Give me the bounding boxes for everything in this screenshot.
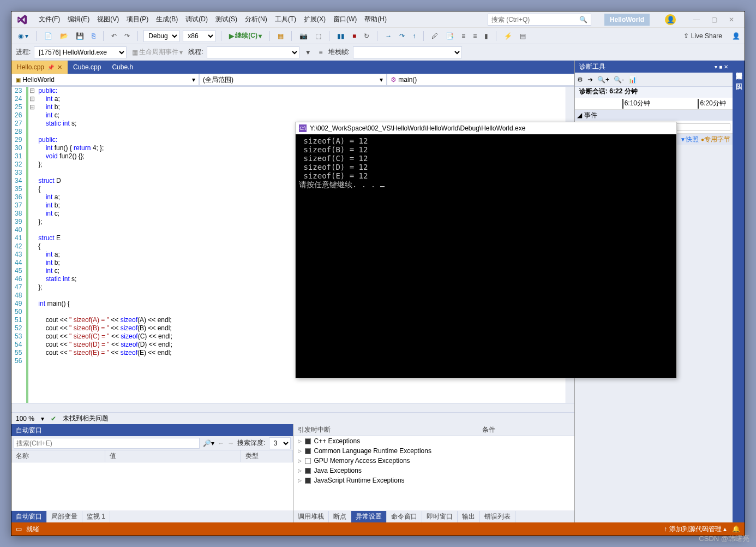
- source-control-button[interactable]: ↑ 添加到源代码管理 ▴: [664, 525, 727, 534]
- menu-item[interactable]: 扩展(X): [301, 13, 329, 26]
- tab-cube-h[interactable]: Cube.h: [106, 61, 139, 74]
- stop-button[interactable]: ■: [350, 31, 358, 41]
- thread-select[interactable]: [207, 46, 299, 58]
- lifecycle-events-button[interactable]: ▦ 生命周期事件 ▾: [130, 46, 185, 58]
- exception-row[interactable]: ▷GPU Memory Access Exceptions: [293, 456, 575, 466]
- process-select[interactable]: [17576] HelloWorld.exe: [34, 46, 127, 58]
- panel-tab[interactable]: 即时窗口: [422, 511, 458, 522]
- toolbar-icon[interactable]: ≡: [317, 47, 325, 57]
- autos-search-input[interactable]: [14, 438, 200, 449]
- step-out-button[interactable]: ↑: [410, 31, 418, 41]
- step-into-button[interactable]: →: [383, 31, 394, 41]
- panel-tab[interactable]: 错误列表: [480, 511, 515, 522]
- member-scope-select[interactable]: ⚙ main(): [387, 74, 574, 86]
- undo-button[interactable]: ↶: [109, 31, 119, 41]
- panel-tab[interactable]: 自动窗口: [11, 511, 47, 522]
- panel-tab[interactable]: 断点: [329, 511, 351, 522]
- class-scope-select[interactable]: (全局范围)▾: [199, 74, 387, 86]
- exception-row[interactable]: ▷JavaScript Runtime Exceptions: [293, 475, 575, 485]
- tab-cube-cpp[interactable]: Cube.cpp: [68, 61, 106, 74]
- step-over-button[interactable]: ↷: [397, 31, 407, 41]
- scrollbar-horizontal[interactable]: [11, 403, 574, 412]
- toolbar-icon[interactable]: ▮: [482, 31, 490, 41]
- col-name[interactable]: 名称: [11, 450, 105, 462]
- panel-tab[interactable]: 命令窗口: [387, 511, 422, 522]
- exception-row[interactable]: ▷Java Exceptions: [293, 466, 575, 475]
- col-condition[interactable]: 条件: [478, 424, 574, 436]
- toolbar-icon[interactable]: ⬚: [313, 31, 323, 41]
- toolbar-icon[interactable]: 📷: [297, 31, 310, 41]
- continue-button[interactable]: ▶ 继续(C) ▾: [227, 30, 264, 41]
- chart-icon[interactable]: 📊: [628, 76, 637, 84]
- col-value[interactable]: 值: [105, 450, 241, 462]
- panel-tab[interactable]: 异常设置: [351, 511, 387, 522]
- live-share-button[interactable]: Live Share: [691, 32, 722, 40]
- nav-back-button[interactable]: ◉ ▾: [16, 31, 31, 41]
- menu-item[interactable]: 测试(S): [212, 13, 241, 26]
- panel-tab[interactable]: 调用堆栈: [293, 511, 329, 522]
- col-type[interactable]: 类型: [241, 450, 292, 462]
- close-icon[interactable]: ✕: [57, 64, 62, 71]
- toolbar-icon[interactable]: ▦: [275, 31, 286, 41]
- save-button[interactable]: 💾: [74, 31, 86, 41]
- console-window[interactable]: C:\ Y:\002_WorkSpace\002_VS\HelloWorld\H…: [295, 122, 677, 378]
- exception-row[interactable]: ▷Common Language Runtime Exceptions: [293, 446, 575, 456]
- pause-button[interactable]: ▮▮: [335, 31, 347, 41]
- tab-hello-cpp[interactable]: Hello.cpp📌✕: [11, 61, 68, 74]
- toolbar-icon[interactable]: ≡: [459, 31, 467, 41]
- user-avatar-icon[interactable]: 👤: [665, 14, 676, 25]
- stackframe-select[interactable]: [353, 46, 462, 58]
- menu-item[interactable]: 编辑(E): [64, 13, 93, 26]
- search-box[interactable]: 🔍: [488, 14, 591, 26]
- gear-icon[interactable]: ⚙: [577, 76, 583, 84]
- zoom-out-icon[interactable]: 🔍-: [614, 76, 624, 84]
- toolbar-icon[interactable]: ≡: [471, 31, 479, 41]
- panel-tab[interactable]: 监视 1: [82, 511, 110, 522]
- toolbar-icon[interactable]: ⚡: [502, 31, 514, 41]
- save-all-button[interactable]: ⎘: [89, 31, 98, 41]
- menu-item[interactable]: 生成(B): [153, 13, 181, 26]
- menu-item[interactable]: 帮助(H): [361, 13, 390, 26]
- zoom-in-icon[interactable]: 🔍+: [597, 76, 609, 84]
- menu-item[interactable]: 工具(T): [272, 13, 299, 26]
- search-input[interactable]: [491, 16, 579, 23]
- depth-select[interactable]: 3: [269, 437, 291, 449]
- menu-item[interactable]: 项目(P): [123, 13, 152, 26]
- nav-back-icon[interactable]: ←: [218, 439, 224, 447]
- toolbar-icon[interactable]: ▼: [303, 47, 314, 57]
- menu-item[interactable]: 分析(N): [242, 13, 271, 26]
- configuration-select[interactable]: Debug: [143, 30, 179, 42]
- zoom-level[interactable]: 100 %: [16, 415, 34, 423]
- col-break[interactable]: 引发时中断: [293, 424, 478, 436]
- feedback-icon[interactable]: 👤: [732, 32, 740, 40]
- menu-item[interactable]: 调试(D): [182, 13, 211, 26]
- team-tab[interactable]: 团队: [732, 76, 745, 80]
- minimize-button[interactable]: —: [688, 14, 705, 26]
- menu-item[interactable]: 文件(F): [35, 13, 63, 26]
- new-file-button[interactable]: 📄: [42, 31, 55, 41]
- arrow-icon[interactable]: ➜: [587, 76, 593, 84]
- menu-item[interactable]: 视图(V): [94, 13, 122, 26]
- search-icon[interactable]: 🔎▾: [203, 439, 214, 447]
- notifications-icon[interactable]: 🔔: [732, 525, 740, 533]
- solution-explorer-tab[interactable]: 解决方案资源管理器: [732, 65, 745, 69]
- open-button[interactable]: 📂: [58, 31, 70, 41]
- pin-icon[interactable]: 📌: [47, 64, 54, 70]
- toolbar-icon[interactable]: ▤: [518, 31, 528, 41]
- diag-timeline[interactable]: 6:10分钟 6:20分钟: [575, 98, 733, 110]
- redo-button[interactable]: ↷: [122, 31, 132, 41]
- panel-tab[interactable]: 局部变量: [47, 511, 82, 522]
- collapsed-sidebar[interactable]: 解决方案资源管理器 团队: [733, 61, 745, 522]
- panel-tab[interactable]: 输出: [458, 511, 480, 522]
- console-title-bar[interactable]: C:\ Y:\002_WorkSpace\002_VS\HelloWorld\H…: [296, 122, 676, 134]
- toolbar-icon[interactable]: 📑: [443, 31, 456, 41]
- maximize-button[interactable]: ▢: [705, 14, 723, 26]
- menu-item[interactable]: 窗口(W): [330, 13, 360, 26]
- platform-select[interactable]: x86: [183, 30, 215, 42]
- close-button[interactable]: ✕: [723, 14, 740, 26]
- toolbar-icon[interactable]: 🖊: [429, 31, 440, 41]
- restart-button[interactable]: ↻: [362, 31, 371, 41]
- project-scope-select[interactable]: ▣ HelloWorld▾: [11, 74, 199, 86]
- exception-row[interactable]: ▷C++ Exceptions: [293, 436, 575, 446]
- nav-fwd-icon[interactable]: →: [227, 439, 234, 447]
